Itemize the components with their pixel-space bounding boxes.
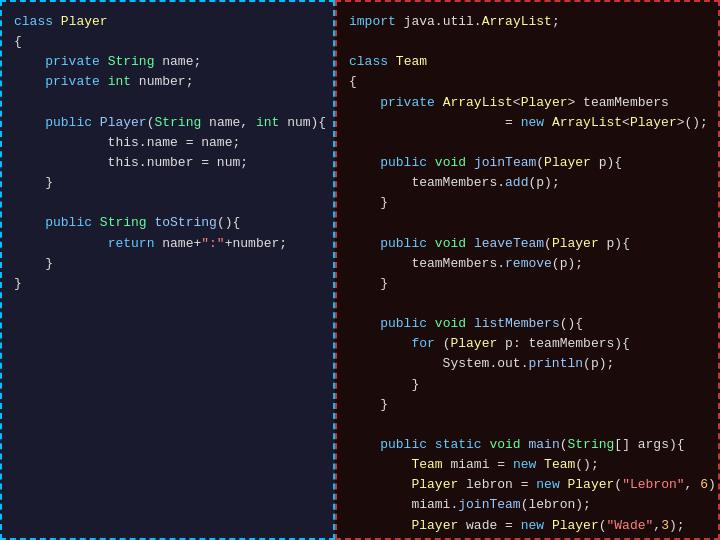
left-code: class Player { private String name; priv… — [14, 12, 321, 294]
left-panel: class Player { private String name; priv… — [0, 0, 335, 540]
right-panel: import java.util.ArrayList; class Team {… — [335, 0, 720, 540]
right-code: import java.util.ArrayList; class Team {… — [349, 12, 706, 540]
main-container: class Player { private String name; priv… — [0, 0, 720, 540]
